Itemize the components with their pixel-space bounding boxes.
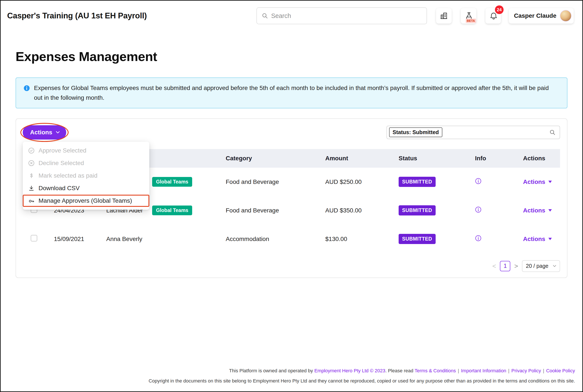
labs-button[interactable]: BETA bbox=[461, 8, 476, 24]
info-icon[interactable] bbox=[475, 206, 481, 213]
pagination: < 1 > 20 / page bbox=[16, 260, 560, 272]
menu-item-mark-selected-paid: Mark selected as paid bbox=[23, 170, 149, 182]
org-title: Casper's Training (AU 1st EH Payroll) bbox=[7, 11, 147, 20]
date-cell: 15/09/2021 bbox=[47, 236, 101, 242]
next-page-button[interactable]: > bbox=[514, 262, 518, 270]
row-actions-button[interactable]: Actions bbox=[523, 236, 552, 242]
table-row: 15/09/2021 Anna Beverly Accommodation $1… bbox=[23, 225, 560, 253]
expenses-card: Actions Approve Selected bbox=[16, 118, 567, 278]
column-header-status: Status bbox=[393, 155, 468, 162]
column-header-category: Category bbox=[220, 155, 319, 162]
page-size-select[interactable]: 20 / page bbox=[522, 260, 560, 272]
organisation-button[interactable] bbox=[436, 8, 452, 24]
actions-menu: Approve Selected Decline Selected Mark s… bbox=[23, 142, 149, 210]
user-name: Casper Claude bbox=[514, 12, 556, 19]
row-actions-label: Actions bbox=[523, 178, 545, 186]
search-icon bbox=[549, 129, 556, 136]
beta-badge: BETA bbox=[466, 18, 476, 23]
table-toolbar: Actions Approve Selected bbox=[16, 125, 567, 140]
amount-cell: $130.00 bbox=[319, 236, 393, 242]
employee-cell: Anna Beverly bbox=[101, 236, 150, 242]
dollar-icon bbox=[28, 173, 35, 179]
column-header-info: Info bbox=[468, 155, 516, 162]
link-important-information[interactable]: Important Information bbox=[461, 368, 506, 374]
link-privacy-policy[interactable]: Privacy Policy bbox=[511, 368, 541, 374]
menu-item-decline-selected: Decline Selected bbox=[23, 157, 149, 170]
actions-button-label: Actions bbox=[30, 129, 52, 136]
download-icon bbox=[28, 185, 35, 191]
separator: | bbox=[508, 368, 509, 374]
amount-cell: AUD $350.00 bbox=[319, 207, 393, 214]
menu-item-approve-selected: Approve Selected bbox=[23, 144, 149, 157]
link-cookie-policy[interactable]: Cookie Policy bbox=[546, 368, 575, 374]
actions-button[interactable]: Actions bbox=[23, 125, 66, 140]
caret-down-icon bbox=[548, 238, 552, 240]
category-cell: Food and Beverage bbox=[220, 178, 319, 186]
category-cell: Food and Beverage bbox=[220, 207, 319, 214]
chevron-down-icon bbox=[56, 131, 60, 134]
search-icon bbox=[262, 12, 268, 19]
menu-item-label: Decline Selected bbox=[39, 160, 84, 166]
avatar bbox=[560, 10, 571, 22]
menu-item-label: Mark selected as paid bbox=[39, 172, 97, 179]
info-icon[interactable] bbox=[475, 235, 481, 242]
global-search[interactable] bbox=[256, 7, 427, 24]
row-actions-label: Actions bbox=[523, 207, 545, 214]
notification-count-badge: 24 bbox=[495, 6, 503, 14]
footer-line1: This Platform is owned and operated by E… bbox=[1, 367, 575, 374]
menu-item-manage-approvers[interactable]: Manage Approvers (Global Teams) bbox=[23, 194, 149, 207]
page-size-value: 20 / page bbox=[526, 263, 548, 269]
team-badge: Global Teams bbox=[152, 177, 192, 187]
footer-text: . Please read bbox=[385, 368, 414, 374]
user-menu[interactable]: Casper Claude bbox=[509, 8, 574, 24]
menu-item-download-csv[interactable]: Download CSV bbox=[23, 182, 149, 194]
column-header-amount: Amount bbox=[319, 155, 393, 162]
row-actions-button[interactable]: Actions bbox=[523, 207, 552, 214]
current-page[interactable]: 1 bbox=[500, 261, 510, 271]
status-badge: SUBMITTED bbox=[399, 205, 436, 216]
row-checkbox[interactable] bbox=[31, 235, 37, 242]
footer-line2: Copyright in the documents on this site … bbox=[1, 377, 575, 384]
status-badge: SUBMITTED bbox=[399, 177, 436, 187]
info-banner: Expenses for Global Teams employees must… bbox=[16, 78, 567, 108]
page-title: Expenses Management bbox=[16, 49, 582, 64]
link-terms-conditions[interactable]: Terms & Conditions bbox=[415, 368, 456, 374]
link-employment-hero[interactable]: Employment Hero Pty Ltd © 2023 bbox=[314, 368, 385, 374]
app-window: Casper's Training (AU 1st EH Payroll) BE… bbox=[0, 0, 583, 392]
building-icon bbox=[440, 12, 448, 20]
menu-item-label: Manage Approvers (Global Teams) bbox=[39, 197, 132, 204]
status-filter-tag[interactable]: Status: Submitted bbox=[389, 128, 442, 137]
separator: | bbox=[543, 368, 544, 374]
category-cell: Accommodation bbox=[220, 236, 319, 242]
separator: | bbox=[458, 368, 459, 374]
info-icon[interactable] bbox=[475, 178, 481, 184]
search-input[interactable] bbox=[271, 12, 422, 20]
check-circle-icon bbox=[28, 147, 35, 154]
row-actions-button[interactable]: Actions bbox=[523, 178, 552, 186]
key-icon bbox=[28, 198, 35, 204]
row-actions-label: Actions bbox=[523, 236, 545, 242]
caret-down-icon bbox=[548, 209, 552, 212]
chevron-down-icon bbox=[553, 265, 556, 267]
status-badge: SUBMITTED bbox=[399, 234, 436, 244]
prev-page-button[interactable]: < bbox=[492, 262, 496, 270]
top-bar: Casper's Training (AU 1st EH Payroll) BE… bbox=[1, 1, 582, 31]
team-badge: Global Teams bbox=[152, 206, 192, 215]
bell-icon bbox=[489, 12, 497, 20]
notifications-button[interactable]: 24 bbox=[485, 8, 501, 24]
banner-text: Expenses for Global Teams employees must… bbox=[34, 83, 554, 103]
column-header-actions: Actions bbox=[516, 155, 562, 162]
info-icon bbox=[23, 85, 30, 92]
footer-text: This Platform is owned and operated by bbox=[229, 368, 314, 374]
caret-down-icon bbox=[548, 181, 552, 183]
x-circle-icon bbox=[28, 160, 35, 166]
amount-cell: AUD $250.00 bbox=[319, 178, 393, 186]
menu-item-label: Download CSV bbox=[39, 185, 80, 192]
menu-item-label: Approve Selected bbox=[39, 147, 86, 154]
footer: This Platform is owned and operated by E… bbox=[1, 367, 582, 391]
status-filter[interactable]: Status: Submitted bbox=[386, 126, 560, 139]
